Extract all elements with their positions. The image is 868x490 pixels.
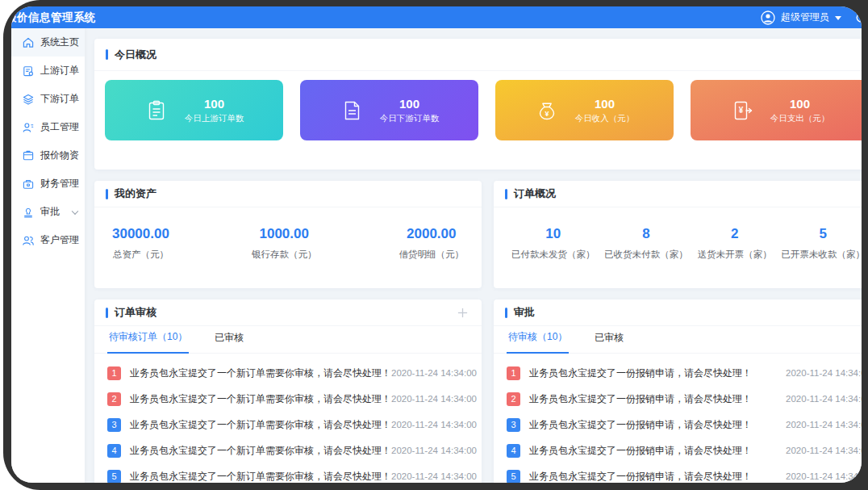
list-item[interactable]: 4 业务员包永宝提交了一份报销申请，请会尽快处理！ 2020-11-24 14:… <box>494 438 862 463</box>
item-number-badge: 3 <box>507 418 520 432</box>
clipboard-icon <box>144 98 169 123</box>
approval-panel: 审批 待审核（10） 已审核 1 业务员包永宝提交了一份报销申请，请会尽快处理！… <box>494 299 862 483</box>
item-number-badge: 5 <box>107 470 121 484</box>
order-stat: 2 送货未开票（家） <box>698 226 772 261</box>
add-button[interactable] <box>457 307 469 319</box>
title-accent-bar <box>106 49 108 60</box>
tab-reviewed-orders[interactable]: 已审核 <box>213 331 245 353</box>
stat-value: 30000.00 <box>112 226 169 242</box>
asset-stat: 30000.00 总资产（元） <box>112 226 169 261</box>
list-item[interactable]: 4 业务员包永宝提交了一个新订单需要你审核，请会尽快处理！ 2020-11-24… <box>94 438 482 463</box>
tab-reviewed-approvals[interactable]: 已审核 <box>593 331 625 353</box>
card-value: 100 <box>380 96 440 112</box>
my-assets-panel: 我的资产 30000.00 总资产（元） 1000.00 银行存款（元） 200… <box>94 181 482 288</box>
sidebar: 系统主页 上游订单 下游订单 <box>11 28 85 483</box>
card-label: 今日支出（元） <box>770 113 830 124</box>
sidebar-item-finance[interactable]: 财务管理 <box>11 170 85 198</box>
stat-card-expense: ¥ 100 今日支出（元） <box>691 80 862 140</box>
card-label: 今日上游订单数 <box>185 113 244 124</box>
main-content: 今日概况 100 今日上游订单数 <box>85 28 862 483</box>
top-header-bar: 报价信息管理系统 超级管理员 <box>11 6 862 28</box>
list-item[interactable]: 3 业务员包永宝提交了一份报销申请，请会尽快处理！ 2020-11-24 14:… <box>494 412 862 438</box>
sidebar-item-customers[interactable]: 客户管理 <box>11 226 85 254</box>
list-item[interactable]: 3 业务员包永宝提交了一个新订单需要你审核，请会尽快处理！ 2020-11-24… <box>94 412 482 438</box>
item-number-badge: 1 <box>107 366 121 380</box>
panel-title: 我的资产 <box>115 186 156 201</box>
stat-value: 8 <box>604 226 688 242</box>
sidebar-item-upstream-orders[interactable]: 上游订单 <box>11 57 85 85</box>
upstream-order-icon <box>22 65 35 77</box>
user-avatar-icon <box>761 10 775 25</box>
expense-icon: ¥ <box>730 98 754 123</box>
title-accent-bar <box>505 308 507 318</box>
item-timestamp: 2020-11-24 14:34:00 <box>786 368 862 378</box>
tab-pending-approvals[interactable]: 待审核（10） <box>507 330 569 354</box>
item-message: 业务员包永宝提交了一个新订单需要你审核，请会尽快处理！ <box>130 392 391 406</box>
document-icon <box>340 98 364 123</box>
item-message: 业务员包永宝提交了一份报销申请，请会尽快处理！ <box>529 470 752 484</box>
stat-value: 1000.00 <box>252 226 317 242</box>
item-timestamp: 2020-11-24 14:34:00 <box>786 446 862 455</box>
sidebar-item-employees[interactable]: 员工管理 <box>11 113 85 141</box>
list-item[interactable]: 1 业务员包永宝提交了一份报销申请，请会尽快处理！ 2020-11-24 14:… <box>494 360 862 386</box>
tab-pending-orders[interactable]: 待审核订单（10） <box>107 330 189 354</box>
today-overview-panel: 今日概况 100 今日上游订单数 <box>94 39 862 170</box>
svg-text:¥: ¥ <box>738 106 743 115</box>
panel-title: 审批 <box>514 305 535 320</box>
sidebar-item-home[interactable]: 系统主页 <box>11 28 85 57</box>
sidebar-item-downstream-orders[interactable]: 下游订单 <box>11 85 85 113</box>
stat-value: 10 <box>511 226 595 242</box>
asset-stat: 2000.00 借贷明细（元） <box>399 226 465 261</box>
item-message: 业务员包永宝提交了一个新订单需要你审核，请会尽快处理！ <box>130 418 391 432</box>
stat-label: 总资产（元） <box>112 249 169 261</box>
card-value: 100 <box>575 96 635 112</box>
item-message: 业务员包永宝提交了一份报销申请，请会尽快处理！ <box>529 366 752 380</box>
card-label: 今日下游订单数 <box>380 113 440 124</box>
chevron-down-icon <box>835 16 841 20</box>
item-message: 业务员包永宝提交了一个新订单需要你审核，请会尽快处理！ <box>130 366 391 380</box>
item-number-badge: 2 <box>507 392 520 406</box>
list-item[interactable]: 2 业务员包永宝提交了一个新订单需要你审核，请会尽快处理！ 2020-11-24… <box>94 386 482 412</box>
stat-card-downstream-orders: 100 今日下游订单数 <box>300 80 478 140</box>
stat-label: 已开票未收款（家） <box>781 249 862 261</box>
app-title: 报价信息管理系统 <box>11 6 96 28</box>
item-timestamp: 2020-11-24 14:34:00 <box>391 420 477 429</box>
sidebar-item-approval[interactable]: 审批 <box>11 198 85 226</box>
item-number-badge: 2 <box>107 392 121 406</box>
order-review-list: 1 业务员包永宝提交了一个新订单需要你审核，请会尽快处理！ 2020-11-24… <box>94 354 482 483</box>
user-menu[interactable]: 超级管理员 <box>761 10 841 25</box>
downstream-order-icon <box>22 93 35 106</box>
approval-icon <box>22 206 35 219</box>
order-review-panel: 订单审核 待审核订单（10） 已审核 1 业务员包永宝提交了一个新订单需要你审核… <box>94 299 482 483</box>
order-stat: 10 已付款未发货（家） <box>511 226 595 261</box>
stat-card-upstream-orders: 100 今日上游订单数 <box>105 80 283 140</box>
list-item[interactable]: 5 业务员包永宝提交了一份报销申请，请会尽快处理！ 2020-11-24 14:… <box>494 463 862 483</box>
list-item[interactable]: 2 业务员包永宝提交了一份报销申请，请会尽快处理！ 2020-11-24 14:… <box>494 386 862 412</box>
card-value: 100 <box>770 96 830 112</box>
item-number-badge: 4 <box>107 444 121 458</box>
item-number-badge: 5 <box>507 470 520 484</box>
panel-title: 订单审核 <box>115 305 156 320</box>
asset-stat: 1000.00 银行存款（元） <box>252 226 317 261</box>
order-stat: 5 已开票未收款（家） <box>781 226 862 261</box>
item-timestamp: 2020-11-24 14:34:00 <box>391 471 477 481</box>
stat-label: 银行存款（元） <box>252 249 317 261</box>
stat-value: 2 <box>698 226 772 242</box>
item-message: 业务员包永宝提交了一份报销申请，请会尽快处理！ <box>529 418 752 432</box>
chevron-down-icon <box>72 207 78 214</box>
item-number-badge: 4 <box>507 444 520 458</box>
title-accent-bar <box>106 189 108 199</box>
title-accent-bar <box>106 308 108 318</box>
card-value: 100 <box>185 96 244 112</box>
employee-icon <box>22 121 35 134</box>
item-timestamp: 2020-11-24 14:34:00 <box>391 368 477 378</box>
sidebar-item-quote-materials[interactable]: 报价物资 <box>11 141 85 170</box>
approval-list: 1 业务员包永宝提交了一份报销申请，请会尽快处理！ 2020-11-24 14:… <box>494 354 862 483</box>
app-screen: 报价信息管理系统 超级管理员 <box>11 6 862 483</box>
card-label: 今日收入（元） <box>575 113 635 124</box>
stat-label: 已收货未付款（家） <box>604 249 688 261</box>
home-icon <box>22 36 35 49</box>
list-item[interactable]: 5 业务员包永宝提交了一个新订单需要你审核，请会尽快处理！ 2020-11-24… <box>94 463 482 483</box>
list-item[interactable]: 1 业务员包永宝提交了一个新订单需要你审核，请会尽快处理！ 2020-11-24… <box>94 360 482 386</box>
panel-title: 订单概况 <box>514 186 556 201</box>
